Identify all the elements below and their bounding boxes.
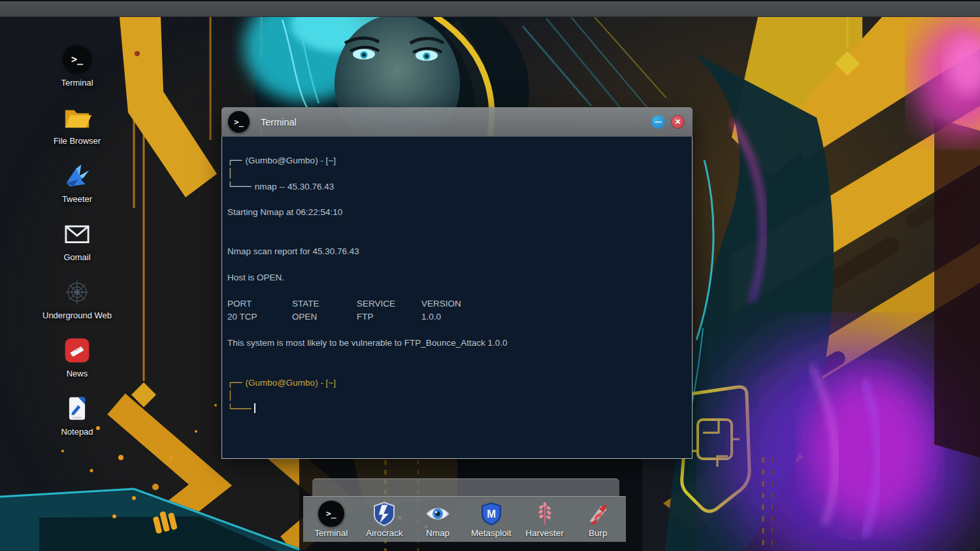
desktop-icon-gomail[interactable]: Gomail <box>35 219 119 262</box>
svg-text:M: M <box>487 508 496 520</box>
desktop-icon-column: >_ Terminal File Browser <box>35 44 119 437</box>
output-line: Starting Nmap at 06:22:54:10 <box>227 206 684 219</box>
wheat-sprig-icon <box>535 501 555 526</box>
rocket-slash-icon <box>585 502 610 526</box>
terminal-icon: >_ <box>318 501 344 527</box>
terminal-icon: >_ <box>63 45 91 74</box>
prompt-line: ┌──(Gumbo@Gumbo) - [~] <box>227 376 684 389</box>
dock-item-label: Metasploit <box>471 528 512 538</box>
dock-item-airocrack[interactable]: Airocrack <box>359 500 410 538</box>
desktop-icon-label: Notepad <box>61 427 93 437</box>
bird-icon <box>63 163 91 189</box>
dock-item-label: Nmap <box>426 528 449 538</box>
prompt-line: ┌──(Gumbo@Gumbo) - [~] <box>227 154 684 167</box>
close-icon: ✕ <box>675 118 681 125</box>
window-titlebar[interactable]: >_ Terminal — ✕ <box>221 107 693 137</box>
desktop-icon-label: Tweeter <box>62 194 92 204</box>
dock-item-nmap[interactable]: Nmap <box>412 500 463 538</box>
folder-icon <box>62 104 92 131</box>
top-panel <box>0 0 980 17</box>
desktop-icon-tweeter[interactable]: Tweeter <box>35 161 119 204</box>
scan-table-header: PORTSTATESERVICEVERSION <box>227 297 684 310</box>
dock-item-terminal[interactable]: >_ Terminal <box>306 500 357 538</box>
vulnerability-line: This system is most likely to be vulnera… <box>227 337 684 350</box>
dock-item-harvester[interactable]: Harvester <box>519 500 570 538</box>
shield-lightning-icon <box>372 501 396 526</box>
desktop-icon-label: News <box>67 369 88 378</box>
minimize-icon: — <box>655 118 662 125</box>
notepad-icon <box>65 395 90 422</box>
desktop-icon-label: Underground Web <box>42 310 112 320</box>
input-line[interactable]: └──── <box>227 402 684 415</box>
newspaper-icon <box>63 337 91 364</box>
dock-item-metasploit[interactable]: M Metasploit <box>466 500 517 538</box>
desktop-icon-file-browser[interactable]: File Browser <box>35 103 119 146</box>
terminal-output[interactable]: ┌──(Gumbo@Gumbo) - [~] │ └────nmap -- 45… <box>221 137 693 459</box>
desktop-icon-notepad[interactable]: Notepad <box>35 393 119 437</box>
desktop-icon-underground-web[interactable]: Underground Web <box>35 277 119 320</box>
eye-icon <box>425 504 451 524</box>
window-title: Terminal <box>261 117 297 127</box>
dock: >_ Terminal Airocrack <box>303 496 626 542</box>
minimize-button[interactable]: — <box>651 115 665 129</box>
prompt-line: │ <box>227 167 684 180</box>
dock-item-label: Terminal <box>314 528 348 538</box>
prompt-line: │ <box>227 389 684 402</box>
desktop-icon-news[interactable]: News <box>35 335 119 378</box>
desktop-icon-terminal[interactable]: >_ Terminal <box>35 44 119 88</box>
scan-table-row: 20 TCPOPENFTP1.0.0 <box>227 310 684 324</box>
dock-item-burp[interactable]: Burp <box>572 500 623 538</box>
terminal-icon: >_ <box>228 111 250 133</box>
desktop-icon-label: Gomail <box>63 252 90 262</box>
output-line: Nmap scan report for 45.30.76.43 <box>227 245 684 258</box>
desktop-icon-label: File Browser <box>54 136 101 146</box>
desktop: >_ Terminal File Browser <box>0 0 980 551</box>
terminal-window: >_ Terminal — ✕ ┌──(Gumbo@Gumbo) - [~] │… <box>221 107 693 459</box>
shield-m-icon: M <box>480 501 503 526</box>
output-line: Host is OPEN. <box>227 271 684 284</box>
dock-item-label: Airocrack <box>366 528 402 538</box>
command-line: └────nmap -- 45.30.76.43 <box>227 180 684 193</box>
web-emblem-icon <box>63 278 91 307</box>
desktop-icon-label: Terminal <box>61 78 93 88</box>
dock-handle[interactable] <box>312 478 619 496</box>
envelope-icon <box>63 222 91 246</box>
close-button[interactable]: ✕ <box>671 115 685 129</box>
text-cursor <box>254 403 255 413</box>
dock-item-label: Harvester <box>525 528 564 538</box>
dock-item-label: Burp <box>589 528 608 538</box>
